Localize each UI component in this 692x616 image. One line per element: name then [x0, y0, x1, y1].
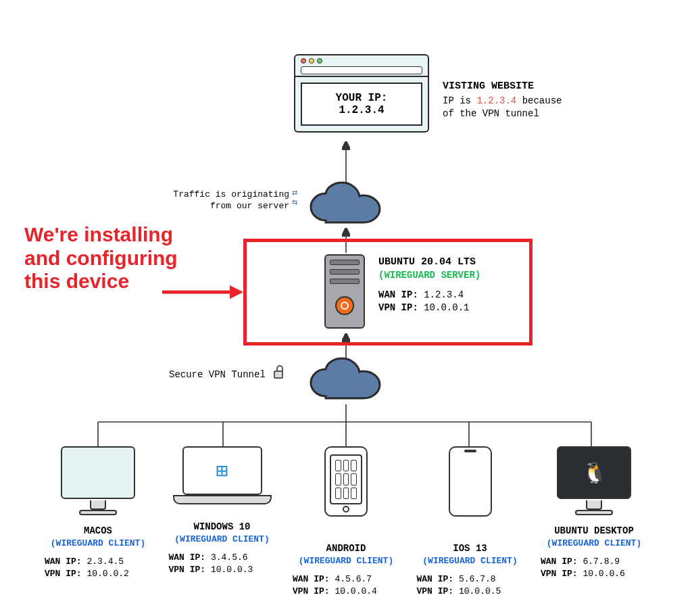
laptop-icon: ⊞ — [182, 446, 262, 495]
client-wan-ip: 5.6.7.8 — [459, 574, 496, 584]
client-vpn-ip: 10.0.0.2 — [86, 569, 128, 579]
client-name: MACOS — [41, 525, 155, 538]
client-role: (WIREGUARD CLIENT) — [537, 538, 651, 550]
bidirectional-arrows-icon: ⇄⇆ — [292, 188, 297, 207]
tux-logo-icon: 🐧 — [558, 448, 630, 500]
server-os: UBUNTU 20.04 LTS — [378, 256, 480, 269]
cloud-icon — [305, 180, 387, 236]
traffic-origin-label: Traffic is originating from our server — [154, 189, 289, 212]
close-icon — [301, 58, 306, 64]
highlighted-ip: 1.2.3.4 — [476, 95, 516, 106]
client-wan-ip: 6.7.8.9 — [583, 556, 620, 567]
website-annotation: VISTING WEBSITE IP is 1.2.3.4 because of… — [443, 80, 562, 120]
clients-row: MACOS (WIREGUARD CLIENT) WAN IP: 2.3.4.5… — [41, 446, 651, 598]
client-name: ANDROID — [289, 542, 403, 555]
client-wan-ip: 2.3.4.5 — [86, 556, 124, 567]
client-vpn-ip: 10.0.0.5 — [459, 586, 501, 596]
lock-icon — [274, 371, 283, 379]
android-phone-icon — [324, 446, 368, 517]
server-role: (WIREGUARD SERVER) — [378, 269, 480, 282]
client-name: WINDOWS 10 — [165, 521, 280, 534]
vpn-tunnel-label: Secure VPN Tunnel — [169, 369, 283, 380]
website-annotation-title: VISTING WEBSITE — [443, 80, 562, 93]
client-macos: MACOS (WIREGUARD CLIENT) WAN IP: 2.3.4.5… — [41, 446, 155, 598]
client-ubuntu-desktop: 🐧 UBUNTU DESKTOP (WIREGUARD CLIENT) WAN … — [537, 446, 651, 598]
client-name: IOS 13 — [413, 542, 528, 555]
client-role: (WIREGUARD CLIENT) — [413, 555, 528, 567]
ubuntu-logo-icon — [335, 296, 354, 315]
imac-icon — [61, 446, 135, 499]
client-wan-ip: 3.4.5.6 — [211, 552, 248, 563]
client-role: (WIREGUARD CLIENT) — [41, 538, 155, 550]
minimize-icon — [309, 58, 314, 64]
client-vpn-ip: 10.0.0.4 — [335, 586, 376, 596]
client-vpn-ip: 10.0.0.3 — [211, 565, 253, 575]
client-role: (WIREGUARD CLIENT) — [165, 534, 280, 546]
client-android: ANDROID (WIREGUARD CLIENT) WAN IP: 4.5.6… — [289, 446, 403, 598]
server-info: UBUNTU 20.04 LTS (WIREGUARD SERVER) WAN … — [378, 256, 480, 314]
maximize-icon — [317, 58, 322, 64]
windows-logo-icon: ⊞ — [184, 448, 261, 496]
window-controls — [301, 58, 422, 64]
client-name: UBUNTU DESKTOP — [537, 525, 651, 538]
iphone-icon — [449, 446, 492, 517]
url-bar — [301, 66, 422, 74]
apple-logo-icon — [450, 448, 491, 515]
server-wan-ip: 1.2.3.4 — [424, 289, 464, 300]
browser-ip-value: 1.2.3.4 — [306, 104, 417, 116]
client-vpn-ip: 10.0.0.6 — [583, 569, 624, 579]
browser-ip-label: YOUR IP: — [306, 92, 417, 104]
website-browser-window: YOUR IP: 1.2.3.4 — [294, 54, 429, 133]
client-ios: IOS 13 (WIREGUARD CLIENT) WAN IP: 5.6.7.… — [413, 446, 528, 598]
desktop-monitor-icon: 🐧 — [557, 446, 631, 499]
installation-callout: We're installing and configuring this de… — [24, 223, 178, 293]
callout-arrow-icon — [162, 285, 243, 299]
client-role: (WIREGUARD CLIENT) — [289, 555, 403, 567]
client-wan-ip: 4.5.6.7 — [335, 574, 372, 584]
cloud-icon — [305, 356, 387, 412]
server-vpn-ip: 10.0.0.1 — [424, 302, 469, 313]
server-icon — [324, 254, 365, 329]
client-windows: ⊞ WINDOWS 10 (WIREGUARD CLIENT) WAN IP: … — [165, 446, 280, 598]
